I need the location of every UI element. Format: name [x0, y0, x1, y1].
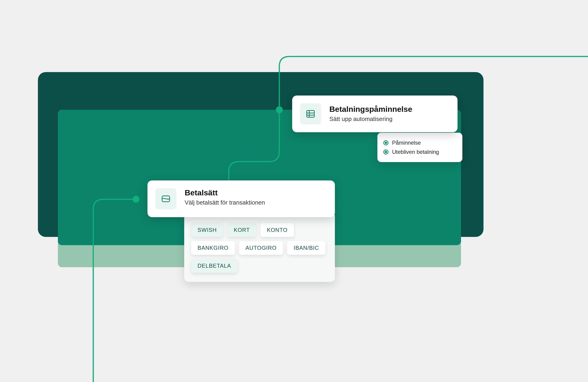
chip-autogiro[interactable]: AUTOGIRO	[239, 241, 283, 255]
diagram-canvas: Betalningspåminnelse Sätt upp automatise…	[0, 0, 588, 382]
chip-iban-bic[interactable]: IBAN/BIC	[287, 241, 325, 255]
reminder-subtitle: Sätt upp automatisering	[329, 116, 448, 122]
method-chip-list: SWISH KORT KONTO BANKGIRO AUTOGIRO IBAN/…	[184, 215, 335, 282]
chip-swish[interactable]: SWISH	[191, 223, 223, 237]
card-payment-reminder[interactable]: Betalningspåminnelse Sätt upp automatise…	[292, 96, 458, 132]
card-payment-method[interactable]: Betalsätt Välj betalsätt för transaktion…	[147, 181, 335, 282]
flow-node-method	[132, 196, 139, 203]
reminder-option-label: Utebliven betalning	[392, 149, 439, 155]
radio-checked-icon	[383, 149, 388, 155]
svg-rect-0	[307, 110, 315, 117]
chip-kort[interactable]: KORT	[227, 223, 256, 237]
chip-konto[interactable]: KONTO	[260, 223, 294, 237]
reminder-option[interactable]: Påminnelse	[383, 138, 456, 147]
reminder-title: Betalningspåminnelse	[329, 105, 448, 114]
reminder-option-label: Påminnelse	[392, 140, 421, 146]
flow-node-reminder	[276, 106, 283, 113]
chip-bankgiro[interactable]: BANKGIRO	[191, 241, 235, 255]
radio-checked-icon	[383, 140, 388, 145]
method-subtitle: Välj betalsätt för transaktionen	[185, 199, 265, 206]
chip-delbetala[interactable]: DELBETALA	[191, 259, 237, 273]
wallet-icon	[155, 188, 176, 209]
table-icon	[300, 103, 321, 124]
method-title: Betalsätt	[185, 188, 265, 197]
reminder-option[interactable]: Utebliven betalning	[383, 147, 456, 157]
reminder-options-card: Påminnelse Utebliven betalning	[377, 133, 462, 162]
